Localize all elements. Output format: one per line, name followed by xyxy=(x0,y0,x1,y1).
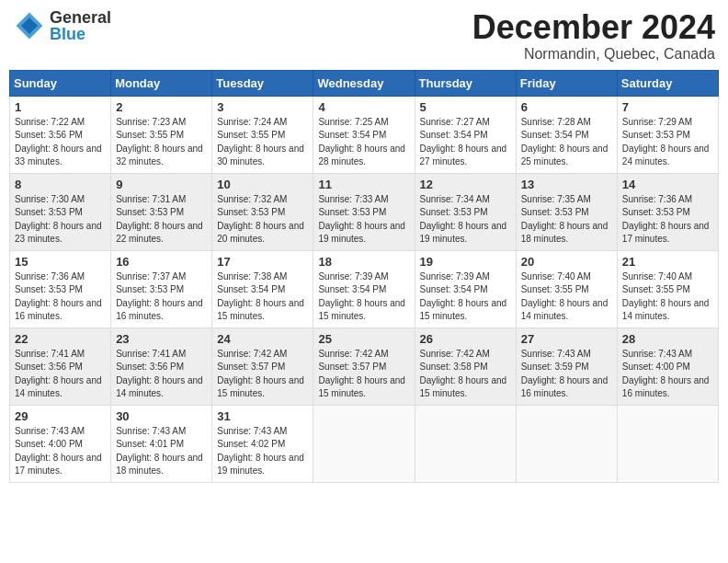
day-info: Sunrise: 7:38 AM Sunset: 3:54 PM Dayligh… xyxy=(217,270,308,324)
day-number: 17 xyxy=(217,255,308,269)
day-info: Sunrise: 7:43 AM Sunset: 4:01 PM Dayligh… xyxy=(116,425,207,478)
day-info: Sunrise: 7:42 AM Sunset: 3:57 PM Dayligh… xyxy=(318,348,409,401)
day-number: 2 xyxy=(116,100,207,114)
location: Normandin, Quebec, Canada xyxy=(472,46,715,63)
logo-icon xyxy=(13,9,46,42)
daylight-label: Daylight: 8 hours and 15 minutes. xyxy=(420,298,507,322)
daylight-label: Daylight: 8 hours and 25 minutes. xyxy=(521,144,609,167)
sunrise-label: Sunrise: 7:41 AM xyxy=(116,349,186,359)
calendar-cell: 24 Sunrise: 7:42 AM Sunset: 3:57 PM Dayl… xyxy=(212,327,313,405)
calendar-cell xyxy=(415,405,516,482)
sunset-label: Sunset: 3:54 PM xyxy=(217,284,285,294)
daylight-label: Daylight: 8 hours and 27 minutes. xyxy=(420,144,507,167)
day-number: 9 xyxy=(116,178,207,191)
calendar-header-row: SundayMondayTuesdayWednesdayThursdayFrid… xyxy=(10,70,719,96)
calendar-cell: 19 Sunrise: 7:39 AM Sunset: 3:54 PM Dayl… xyxy=(415,250,516,327)
column-header-saturday: Saturday xyxy=(617,70,718,96)
logo-line2: Blue xyxy=(50,26,111,42)
day-info: Sunrise: 7:33 AM Sunset: 3:53 PM Dayligh… xyxy=(318,193,409,247)
sunrise-label: Sunrise: 7:39 AM xyxy=(420,271,490,282)
calendar-cell: 13 Sunrise: 7:35 AM Sunset: 3:53 PM Dayl… xyxy=(516,173,617,250)
calendar-cell: 1 Sunrise: 7:22 AM Sunset: 3:56 PM Dayli… xyxy=(10,96,111,173)
day-number: 23 xyxy=(116,332,207,346)
daylight-label: Daylight: 8 hours and 20 minutes. xyxy=(217,221,304,245)
day-number: 1 xyxy=(15,100,106,114)
sunrise-label: Sunrise: 7:42 AM xyxy=(318,349,388,359)
day-info: Sunrise: 7:39 AM Sunset: 3:54 PM Dayligh… xyxy=(318,270,409,324)
day-info: Sunrise: 7:37 AM Sunset: 3:53 PM Dayligh… xyxy=(116,270,207,324)
calendar-cell: 25 Sunrise: 7:42 AM Sunset: 3:57 PM Dayl… xyxy=(313,327,415,405)
logo-line1: General xyxy=(50,9,111,26)
sunrise-label: Sunrise: 7:40 AM xyxy=(521,271,591,282)
day-number: 14 xyxy=(622,178,713,191)
sunset-label: Sunset: 3:57 PM xyxy=(318,362,386,372)
daylight-label: Daylight: 8 hours and 33 minutes. xyxy=(15,144,102,167)
page-header: General Blue December 2024 Normandin, Qu… xyxy=(9,9,719,63)
sunrise-label: Sunrise: 7:35 AM xyxy=(521,194,591,204)
sunset-label: Sunset: 3:53 PM xyxy=(622,207,690,217)
calendar-cell: 18 Sunrise: 7:39 AM Sunset: 3:54 PM Dayl… xyxy=(313,250,415,327)
day-number: 13 xyxy=(521,178,612,191)
day-number: 21 xyxy=(622,255,713,269)
sunrise-label: Sunrise: 7:43 AM xyxy=(15,426,85,436)
sunrise-label: Sunrise: 7:36 AM xyxy=(622,194,692,204)
sunset-label: Sunset: 3:53 PM xyxy=(15,284,83,294)
calendar-cell: 8 Sunrise: 7:30 AM Sunset: 3:53 PM Dayli… xyxy=(10,173,111,250)
day-number: 19 xyxy=(420,255,511,269)
column-header-tuesday: Tuesday xyxy=(212,70,313,96)
day-number: 27 xyxy=(521,332,612,346)
daylight-label: Daylight: 8 hours and 17 minutes. xyxy=(622,221,710,245)
day-info: Sunrise: 7:36 AM Sunset: 3:53 PM Dayligh… xyxy=(622,193,713,247)
daylight-label: Daylight: 8 hours and 15 minutes. xyxy=(318,375,405,399)
day-info: Sunrise: 7:23 AM Sunset: 3:55 PM Dayligh… xyxy=(116,116,207,169)
daylight-label: Daylight: 8 hours and 16 minutes. xyxy=(15,298,102,322)
sunrise-label: Sunrise: 7:30 AM xyxy=(15,194,85,204)
sunset-label: Sunset: 3:55 PM xyxy=(521,284,589,294)
sunset-label: Sunset: 4:02 PM xyxy=(217,439,285,449)
calendar-cell: 2 Sunrise: 7:23 AM Sunset: 3:55 PM Dayli… xyxy=(111,96,212,173)
day-number: 5 xyxy=(420,100,511,114)
calendar-week-row: 1 Sunrise: 7:22 AM Sunset: 3:56 PM Dayli… xyxy=(10,96,719,173)
daylight-label: Daylight: 8 hours and 16 minutes. xyxy=(521,375,609,399)
calendar-cell: 3 Sunrise: 7:24 AM Sunset: 3:55 PM Dayli… xyxy=(212,96,313,173)
sunset-label: Sunset: 3:53 PM xyxy=(116,284,184,294)
sunrise-label: Sunrise: 7:43 AM xyxy=(521,349,591,359)
sunrise-label: Sunrise: 7:40 AM xyxy=(622,271,692,282)
day-number: 30 xyxy=(116,409,207,423)
day-info: Sunrise: 7:43 AM Sunset: 4:00 PM Dayligh… xyxy=(15,425,106,478)
sunset-label: Sunset: 3:53 PM xyxy=(521,207,589,217)
day-number: 22 xyxy=(15,332,106,346)
daylight-label: Daylight: 8 hours and 15 minutes. xyxy=(217,298,304,322)
sunrise-label: Sunrise: 7:23 AM xyxy=(116,117,186,127)
day-number: 20 xyxy=(521,255,612,269)
daylight-label: Daylight: 8 hours and 14 minutes. xyxy=(15,375,102,399)
sunset-label: Sunset: 3:54 PM xyxy=(420,130,488,140)
sunrise-label: Sunrise: 7:39 AM xyxy=(318,271,388,282)
calendar-cell: 28 Sunrise: 7:43 AM Sunset: 4:00 PM Dayl… xyxy=(617,327,718,405)
day-info: Sunrise: 7:24 AM Sunset: 3:55 PM Dayligh… xyxy=(217,116,308,169)
day-info: Sunrise: 7:43 AM Sunset: 4:02 PM Dayligh… xyxy=(217,425,308,478)
column-header-monday: Monday xyxy=(111,70,212,96)
day-info: Sunrise: 7:40 AM Sunset: 3:55 PM Dayligh… xyxy=(521,270,612,324)
sunrise-label: Sunrise: 7:31 AM xyxy=(116,194,186,204)
sunset-label: Sunset: 4:01 PM xyxy=(116,439,184,449)
day-number: 3 xyxy=(217,100,308,114)
column-header-friday: Friday xyxy=(516,70,617,96)
calendar-cell: 15 Sunrise: 7:36 AM Sunset: 3:53 PM Dayl… xyxy=(10,250,111,327)
sunrise-label: Sunrise: 7:43 AM xyxy=(622,349,692,359)
calendar-week-row: 8 Sunrise: 7:30 AM Sunset: 3:53 PM Dayli… xyxy=(10,173,719,250)
day-info: Sunrise: 7:35 AM Sunset: 3:53 PM Dayligh… xyxy=(521,193,612,247)
sunset-label: Sunset: 3:56 PM xyxy=(15,362,83,372)
sunrise-label: Sunrise: 7:34 AM xyxy=(420,194,490,204)
sunset-label: Sunset: 3:54 PM xyxy=(420,284,488,294)
day-info: Sunrise: 7:25 AM Sunset: 3:54 PM Dayligh… xyxy=(318,116,409,169)
daylight-label: Daylight: 8 hours and 22 minutes. xyxy=(116,221,203,245)
calendar-cell: 17 Sunrise: 7:38 AM Sunset: 3:54 PM Dayl… xyxy=(212,250,313,327)
logo-text: General Blue xyxy=(50,9,111,42)
sunset-label: Sunset: 3:53 PM xyxy=(318,207,386,217)
day-info: Sunrise: 7:29 AM Sunset: 3:53 PM Dayligh… xyxy=(622,116,713,169)
sunset-label: Sunset: 3:53 PM xyxy=(420,207,488,217)
calendar-cell: 22 Sunrise: 7:41 AM Sunset: 3:56 PM Dayl… xyxy=(10,327,111,405)
calendar-cell: 14 Sunrise: 7:36 AM Sunset: 3:53 PM Dayl… xyxy=(617,173,718,250)
month-title: December 2024 xyxy=(472,9,715,46)
